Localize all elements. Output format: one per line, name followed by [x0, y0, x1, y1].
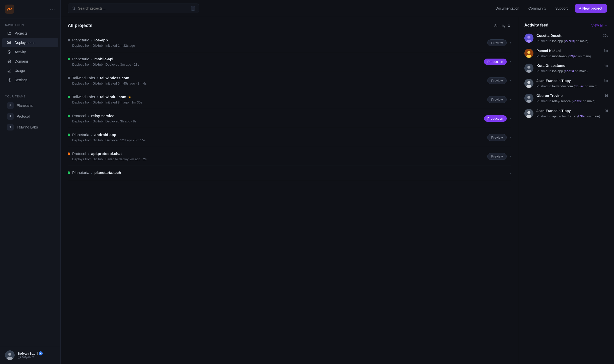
status-dot	[68, 39, 70, 41]
team-item-protocol[interactable]: P Protocol	[2, 111, 58, 122]
svg-point-21	[527, 51, 530, 54]
project-repo: ios-app	[94, 38, 108, 42]
project-info: Planetaria / mobile-api Deploys from Git…	[68, 57, 484, 66]
sort-by-button[interactable]: Sort by	[494, 24, 511, 28]
svg-point-34	[526, 115, 531, 118]
view-all-link[interactable]: View all →	[591, 23, 608, 27]
chevron-right-icon: ›	[510, 135, 511, 140]
activity-panel: Activity feed View all → Cosetta Dusett …	[518, 17, 614, 364]
sidebar-item-projects[interactable]: Projects	[2, 29, 58, 38]
team-avatar-planetaria: P	[7, 102, 14, 109]
activity-name: Jean-Francois Tippy	[536, 109, 571, 113]
svg-point-5	[10, 43, 11, 43]
table-row[interactable]: Planetaria / mobile-api Deploys from Git…	[68, 52, 511, 71]
table-row[interactable]: Planetaria / android-app Deploys from Gi…	[68, 128, 511, 147]
table-row[interactable]: Planetaria / ios-app Deploys from GitHub…	[68, 33, 511, 52]
project-team: Tailwind Labs	[72, 95, 95, 99]
search-bar[interactable]: /	[68, 4, 199, 13]
table-row[interactable]: Protocol / api.protocol.chat Deploys fro…	[68, 147, 511, 166]
projects-panel: All projects Sort by Planetaria / ios-a	[61, 17, 518, 364]
teams-section: Your teams P Planetaria P Protocol T Tai…	[0, 85, 60, 133]
activity-name-row: Jean-Francois Tippy 8m	[536, 79, 608, 83]
user-profile[interactable]: Sofyan Sauri ✓ sofyanux	[0, 346, 60, 364]
team-item-planetaria[interactable]: P Planetaria	[2, 100, 58, 111]
project-team: Protocol	[72, 151, 86, 156]
sidebar-more-button[interactable]: ···	[49, 6, 55, 12]
chevron-right-icon: ›	[510, 154, 511, 159]
svg-point-19	[526, 40, 531, 43]
activity-time: 8m	[604, 79, 608, 83]
team-label-planetaria: Planetaria	[17, 103, 33, 108]
list-item: Kora Grisostomo 4m Pushed to ios-app (cd…	[524, 64, 608, 74]
activity-name: Jean-Francois Tippy	[536, 79, 571, 83]
team-avatar-protocol: P	[7, 113, 14, 120]
user-handle: sofyanux	[18, 355, 55, 359]
table-row[interactable]: Tailwind Labs / tailwindcss.com Deploys …	[68, 71, 511, 90]
avatar	[524, 49, 533, 58]
project-team: Tailwind Labs	[72, 76, 95, 80]
activity-time: 30s	[603, 34, 608, 37]
svg-point-28	[526, 85, 531, 88]
project-team: Protocol	[72, 114, 86, 118]
team-item-tailwind[interactable]: T Tailwind Labs	[2, 122, 58, 133]
sidebar-item-settings[interactable]: Settings	[2, 75, 58, 85]
activity-name-row: Cosetta Dusett 30s	[536, 34, 608, 38]
folder-icon	[7, 31, 12, 36]
activity-name-row: Oberon Trevino 1d	[536, 94, 608, 98]
status-dot	[68, 152, 70, 155]
server-icon	[7, 40, 12, 45]
activity-time: 2d	[605, 109, 608, 113]
new-project-button[interactable]: + New project	[575, 4, 607, 13]
activity-content: Kora Grisostomo 4m Pushed to ios-app (cd…	[536, 64, 608, 74]
sidebar-item-deployments[interactable]: Deployments	[2, 38, 58, 47]
svg-point-33	[527, 111, 530, 114]
sidebar-item-activity[interactable]: Activity	[2, 47, 58, 57]
activity-content: Jean-Francois Tippy 8m Pushed to tailwin…	[536, 79, 608, 89]
verified-badge: ✓	[39, 351, 43, 355]
activity-desc: Pushed to ios-app (27c83j on main)	[536, 39, 608, 44]
list-item: Cosetta Dusett 30s Pushed to ios-app (27…	[524, 34, 608, 44]
activity-content: Cosetta Dusett 30s Pushed to ios-app (27…	[536, 34, 608, 44]
avatar	[5, 350, 15, 360]
projects-header: All projects Sort by	[68, 23, 511, 28]
project-meta: Deploys from GitHub · Initiated 1m 32s a…	[68, 44, 487, 47]
status-dot	[68, 58, 70, 60]
topbar-nav: Documentation Community Support + New pr…	[492, 4, 607, 13]
activity-name: Pammi Kakani	[536, 49, 561, 53]
activity-name: Oberon Trevino	[536, 94, 562, 98]
svg-rect-9	[8, 71, 9, 72]
project-name-line: Planetaria / ios-app	[68, 38, 487, 42]
activity-desc: Pushed to tailwindui.com (dd3ac on main)	[536, 84, 608, 89]
table-row[interactable]: Protocol / relay-service Deploys from Gi…	[68, 109, 511, 128]
sidebar-item-label: Activity	[15, 50, 26, 54]
avatar	[524, 94, 533, 103]
status-dot	[68, 96, 70, 98]
list-item: Jean-Francois Tippy 2d Pushed to api.pro…	[524, 109, 608, 119]
sidebar-item-label: Domains	[15, 59, 29, 63]
project-meta: Deploys from GitHub · Deployed 12d ago ·…	[68, 138, 487, 142]
table-row[interactable]: Tailwind Labs / tailwindui.com ★ Deploys…	[68, 90, 511, 109]
project-name-line: Planetaria / mobile-api	[68, 57, 484, 61]
search-input[interactable]	[78, 6, 188, 10]
svg-point-27	[527, 81, 530, 84]
chevron-right-icon: ›	[510, 116, 511, 121]
project-repo: relay-service	[91, 114, 114, 118]
project-meta: Deploys from GitHub · Initiated 5m 45s a…	[68, 82, 487, 85]
documentation-link[interactable]: Documentation	[492, 4, 523, 12]
project-meta: Deploys from GitHub · Initiated 8m ago ·…	[68, 100, 487, 104]
sidebar-item-usage[interactable]: Usage	[2, 66, 58, 75]
sidebar-item-domains[interactable]: Domains	[2, 57, 58, 66]
activity-name: Cosetta Dusett	[536, 34, 561, 38]
project-name-line: Planetaria / android-app	[68, 133, 487, 137]
activity-name: Kora Grisostomo	[536, 64, 565, 68]
activity-desc: Pushed to ios-app (cdd2d on main)	[536, 69, 608, 74]
support-link[interactable]: Support	[551, 4, 572, 12]
status-dot	[68, 171, 70, 174]
chevron-right-icon: ›	[510, 78, 511, 83]
project-info: Tailwind Labs / tailwindcss.com Deploys …	[68, 76, 487, 85]
status-dot	[68, 77, 70, 79]
team-label-tailwind: Tailwind Labs	[17, 125, 38, 129]
svg-point-31	[526, 100, 531, 103]
table-row[interactable]: Planetaria / planetaria.tech ›	[68, 166, 511, 181]
community-link[interactable]: Community	[524, 4, 550, 12]
